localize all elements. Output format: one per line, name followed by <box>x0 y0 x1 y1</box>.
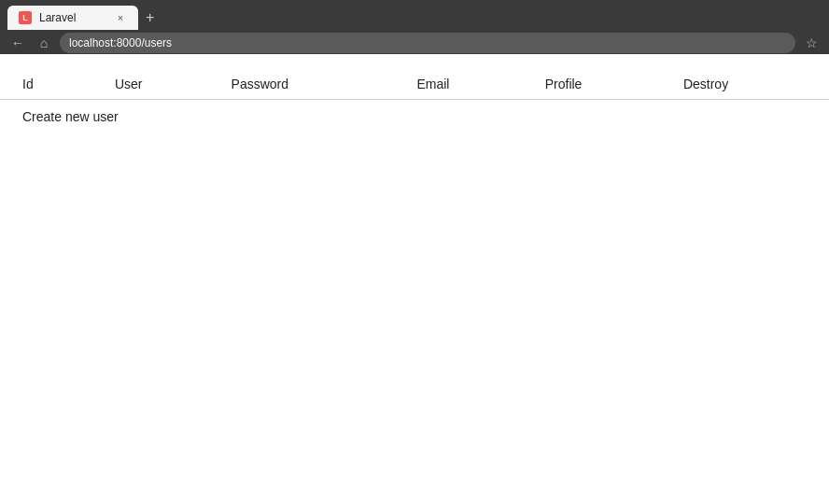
new-tab-button[interactable]: + <box>138 6 162 30</box>
create-new-user-link[interactable]: Create new user <box>0 100 141 133</box>
bookmark-button[interactable]: ☆ <box>801 33 822 53</box>
column-password: Password <box>220 69 406 100</box>
browser-address-bar: ← ⌂ localhost:8000/users ☆ <box>0 30 829 56</box>
url-text: localhost:8000/users <box>69 36 172 49</box>
home-button[interactable]: ⌂ <box>34 33 54 53</box>
address-field[interactable]: localhost:8000/users <box>60 33 795 53</box>
browser-chrome: L Laravel × + ← ⌂ localhost:8000/users ☆ <box>0 0 829 54</box>
table-header: Id User Password Email Profile Destroy <box>0 69 829 100</box>
column-profile: Profile <box>534 69 672 100</box>
browser-tab[interactable]: L Laravel × <box>7 6 138 30</box>
column-email: Email <box>405 69 533 100</box>
table-header-row: Id User Password Email Profile Destroy <box>0 69 829 100</box>
tab-favicon: L <box>19 11 32 24</box>
column-user: User <box>104 69 220 100</box>
tab-title: Laravel <box>39 11 106 24</box>
page-content: Id User Password Email Profile Destroy C… <box>0 54 829 133</box>
column-destroy: Destroy <box>672 69 829 100</box>
tab-close-button[interactable]: × <box>114 11 127 24</box>
browser-tab-bar: L Laravel × + <box>0 0 829 30</box>
users-table: Id User Password Email Profile Destroy <box>0 69 829 100</box>
back-button[interactable]: ← <box>7 33 28 53</box>
column-id: Id <box>0 69 104 100</box>
